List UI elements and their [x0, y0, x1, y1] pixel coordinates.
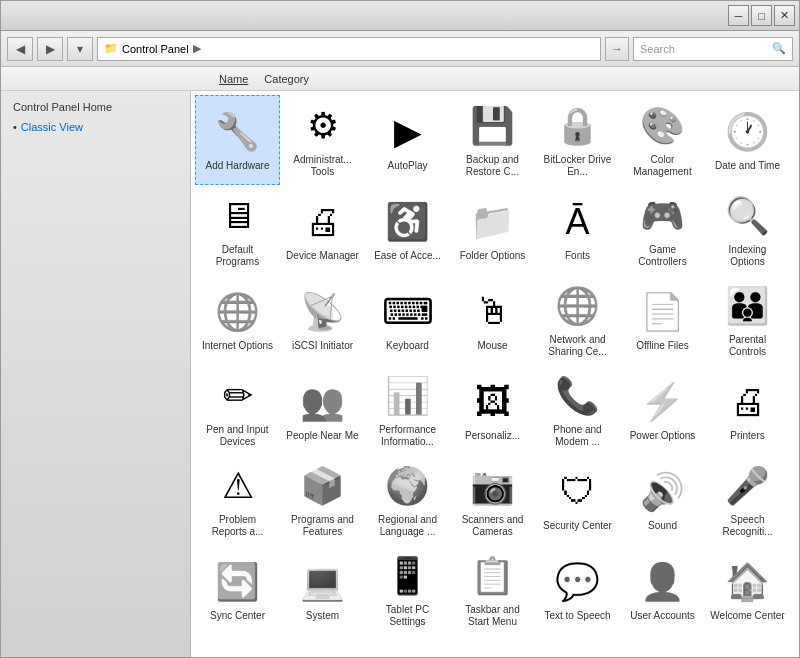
icon-tablet-pc[interactable]: 📱Tablet PC Settings: [365, 545, 450, 635]
category-column-header[interactable]: Category: [256, 73, 317, 85]
icon-label-device-manager: Device Manager: [286, 250, 359, 262]
search-field[interactable]: Search 🔍: [633, 37, 793, 61]
icon-label-sync-center: Sync Center: [210, 610, 265, 622]
icon-scanners-cameras[interactable]: 📷Scanners and Cameras: [450, 455, 535, 545]
icon-speech-recognition[interactable]: 🎤Speech Recogniti...: [705, 455, 790, 545]
icon-img-bitlocker: 🔒: [554, 102, 602, 150]
icon-programs-features[interactable]: 📦Programs and Features: [280, 455, 365, 545]
icon-label-ease-access: Ease of Acce...: [374, 250, 441, 262]
minimize-button[interactable]: ─: [728, 5, 749, 26]
icon-label-pen-input: Pen and Input Devices: [200, 424, 275, 448]
icon-power-options[interactable]: ⚡Power Options: [620, 365, 705, 455]
address-field[interactable]: 📁 Control Panel ▶: [97, 37, 601, 61]
icon-label-text-to-speech: Text to Speech: [544, 610, 610, 622]
icon-img-speech-recognition: 🎤: [724, 462, 772, 510]
icons-grid: 🔧Add Hardware⚙Administrat... Tools▶AutoP…: [195, 95, 795, 635]
maximize-button[interactable]: □: [751, 5, 772, 26]
address-bar: ◀ ▶ ▾ 📁 Control Panel ▶ → Search 🔍: [1, 31, 799, 67]
icon-problem-reports[interactable]: ⚠Problem Reports a...: [195, 455, 280, 545]
back-button[interactable]: ◀: [7, 37, 33, 61]
icon-keyboard[interactable]: ⌨Keyboard: [365, 275, 450, 365]
icon-img-security-center: 🛡: [554, 468, 602, 516]
icon-label-system: System: [306, 610, 339, 622]
icon-img-iscsi-initiator: 📡: [299, 288, 347, 336]
icon-security-center[interactable]: 🛡Security Center: [535, 455, 620, 545]
icon-pen-input[interactable]: ✏Pen and Input Devices: [195, 365, 280, 455]
icon-label-programs-features: Programs and Features: [285, 514, 360, 538]
sidebar-classic-view[interactable]: Classic View: [13, 121, 178, 133]
icon-game-controllers[interactable]: 🎮Game Controllers: [620, 185, 705, 275]
icon-label-bitlocker: BitLocker Drive En...: [540, 154, 615, 178]
sidebar-home-link[interactable]: Control Panel Home: [13, 101, 178, 113]
icons-area[interactable]: 🔧Add Hardware⚙Administrat... Tools▶AutoP…: [191, 91, 799, 657]
icon-img-power-options: ⚡: [639, 378, 687, 426]
icon-img-people-near-me: 👥: [299, 378, 347, 426]
sidebar: Control Panel Home Classic View: [1, 91, 191, 657]
icon-label-add-hardware: Add Hardware: [206, 160, 270, 172]
icon-label-color-mgmt: Color Management: [625, 154, 700, 178]
icon-img-fonts: Ā: [554, 198, 602, 246]
icon-admin-tools[interactable]: ⚙Administrat... Tools: [280, 95, 365, 185]
icon-people-near-me[interactable]: 👥People Near Me: [280, 365, 365, 455]
icon-label-security-center: Security Center: [543, 520, 612, 532]
icon-text-to-speech[interactable]: 💬Text to Speech: [535, 545, 620, 635]
dropdown-button[interactable]: ▾: [67, 37, 93, 61]
icon-regional-language[interactable]: 🌍Regional and Language ...: [365, 455, 450, 545]
icon-img-personalization: 🖼: [469, 378, 517, 426]
icon-sync-center[interactable]: 🔄Sync Center: [195, 545, 280, 635]
icon-personalization[interactable]: 🖼Personaliz...: [450, 365, 535, 455]
close-button[interactable]: ✕: [774, 5, 795, 26]
icon-welcome-center[interactable]: 🏠Welcome Center: [705, 545, 790, 635]
icon-autoplay[interactable]: ▶AutoPlay: [365, 95, 450, 185]
icon-internet-options[interactable]: 🌐Internet Options: [195, 275, 280, 365]
icon-default-programs[interactable]: 🖥Default Programs: [195, 185, 280, 275]
icon-indexing-options[interactable]: 🔍Indexing Options: [705, 185, 790, 275]
refresh-button[interactable]: →: [605, 37, 629, 61]
icon-label-network-sharing: Network and Sharing Ce...: [540, 334, 615, 358]
icon-img-date-time: 🕐: [724, 108, 772, 156]
icon-iscsi-initiator[interactable]: 📡iSCSI Initiator: [280, 275, 365, 365]
icon-label-offline-files: Offline Files: [636, 340, 689, 352]
icon-label-mouse: Mouse: [477, 340, 507, 352]
icon-img-phone-modem: 📞: [554, 372, 602, 420]
icon-date-time[interactable]: 🕐Date and Time: [705, 95, 790, 185]
icon-img-mouse: 🖱: [469, 288, 517, 336]
icon-backup-restore[interactable]: 💾Backup and Restore C...: [450, 95, 535, 185]
name-column-header[interactable]: Name: [211, 73, 256, 85]
icon-offline-files[interactable]: 📄Offline Files: [620, 275, 705, 365]
icon-ease-access[interactable]: ♿Ease of Acce...: [365, 185, 450, 275]
icon-performance-info[interactable]: 📊Performance Informatio...: [365, 365, 450, 455]
icon-label-backup-restore: Backup and Restore C...: [455, 154, 530, 178]
icon-img-device-manager: 🖨: [299, 198, 347, 246]
icon-bitlocker[interactable]: 🔒BitLocker Drive En...: [535, 95, 620, 185]
icon-label-default-programs: Default Programs: [200, 244, 275, 268]
icon-mouse[interactable]: 🖱Mouse: [450, 275, 535, 365]
icon-img-tablet-pc: 📱: [384, 552, 432, 600]
icon-network-sharing[interactable]: 🌐Network and Sharing Ce...: [535, 275, 620, 365]
icon-img-game-controllers: 🎮: [639, 192, 687, 240]
icon-img-backup-restore: 💾: [469, 102, 517, 150]
icon-system[interactable]: 💻System: [280, 545, 365, 635]
icon-label-welcome-center: Welcome Center: [710, 610, 784, 622]
icon-device-manager[interactable]: 🖨Device Manager: [280, 185, 365, 275]
icon-label-autoplay: AutoPlay: [387, 160, 427, 172]
icon-taskbar-start[interactable]: 📋Taskbar and Start Menu: [450, 545, 535, 635]
icon-img-printers: 🖨: [724, 378, 772, 426]
icon-add-hardware[interactable]: 🔧Add Hardware: [195, 95, 280, 185]
icon-label-sound: Sound: [648, 520, 677, 532]
icon-img-pen-input: ✏: [214, 372, 262, 420]
icon-printers[interactable]: 🖨Printers: [705, 365, 790, 455]
icon-parental-controls[interactable]: 👪Parental Controls: [705, 275, 790, 365]
icon-label-admin-tools: Administrat... Tools: [285, 154, 360, 178]
icon-label-user-accounts: User Accounts: [630, 610, 694, 622]
icon-label-speech-recognition: Speech Recogniti...: [710, 514, 785, 538]
icon-sound[interactable]: 🔊Sound: [620, 455, 705, 545]
forward-button[interactable]: ▶: [37, 37, 63, 61]
icon-fonts[interactable]: ĀFonts: [535, 185, 620, 275]
icon-color-mgmt[interactable]: 🎨Color Management: [620, 95, 705, 185]
icon-img-default-programs: 🖥: [214, 192, 262, 240]
icon-folder-options[interactable]: 📁Folder Options: [450, 185, 535, 275]
icon-phone-modem[interactable]: 📞Phone and Modem ...: [535, 365, 620, 455]
icon-user-accounts[interactable]: 👤User Accounts: [620, 545, 705, 635]
column-headers: Name Category: [1, 67, 799, 91]
